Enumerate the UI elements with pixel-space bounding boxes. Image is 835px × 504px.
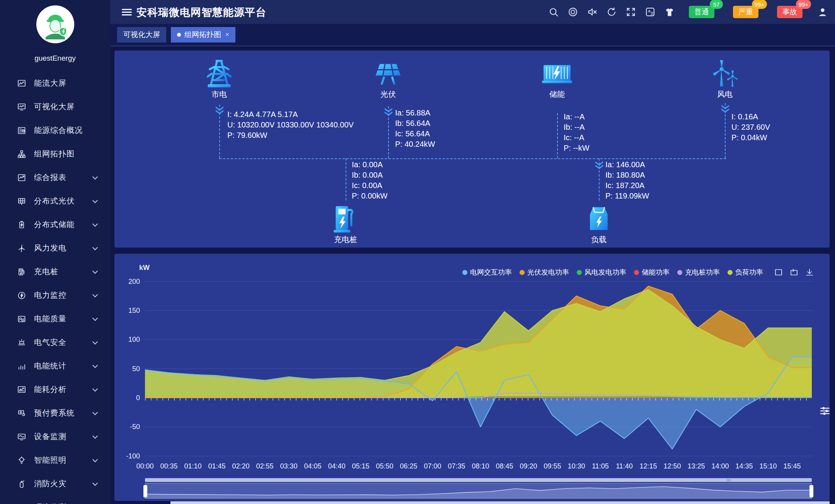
datazoom-left-handle[interactable] [143,485,147,497]
svg-text:05:15: 05:15 [352,462,369,470]
load-node-icon[interactable] [582,202,615,235]
sidebar-item-wind-turbine[interactable]: 风力发电 [0,236,110,260]
svg-text:14:00: 14:00 [711,462,729,470]
sidebar-item-environment[interactable]: 环境监测 [0,496,110,504]
chevron-down-icon [92,362,98,368]
sidebar-item-lighting[interactable]: 智能照明 [0,448,110,472]
svg-text:00:35: 00:35 [160,462,177,470]
username: guestEnergy [0,54,110,63]
tab-1[interactable]: 组网拓扑图× [171,27,235,42]
theme-shirt-icon[interactable] [664,7,675,17]
charger-node-icon[interactable] [329,202,362,235]
chevron-down-icon [92,315,98,321]
sidebar-item-label: 电气安全 [34,337,66,348]
flow-arrow-icon [594,161,604,170]
search-icon[interactable] [548,7,559,17]
sidebar-item-label: 分布式储能 [34,219,75,230]
chevron-down-icon [92,456,98,462]
chevron-down-icon [92,292,98,297]
svg-text:09:55: 09:55 [544,462,561,470]
electrical-safety-icon [17,338,26,347]
sidebar-item-power-monitor[interactable]: 电力监控 [0,283,110,307]
sidebar-item-topology[interactable]: 组网拓扑图 [0,142,110,166]
svg-text:02:20: 02:20 [232,462,249,470]
pv-grid-icon [17,197,26,206]
container-node-icon[interactable] [540,57,574,90]
wind-node-icon[interactable] [708,57,741,90]
tab-label: 可视化大屏 [123,30,160,40]
chart-settings-sliders-icon[interactable] [819,405,831,417]
chevron-down-icon [92,409,98,415]
scrollbar-grip-icon[interactable] [727,479,731,481]
avatar[interactable] [36,5,74,43]
readings-storage: Ia: --AIb: --AIc: --AP: --kW [564,112,590,153]
readings-wind: I: 0.16AU: 237.60VP: 0.04kW [731,112,770,143]
sidebar-item-electrical-safety[interactable]: 电气安全 [0,331,110,354]
datazoom-slider[interactable] [145,483,812,499]
alarm-button-0[interactable]: 普通57 [689,6,714,18]
tower-node-icon[interactable] [203,57,236,90]
active-tab-dot-icon [177,33,181,37]
sidebar-item-energy-flow[interactable]: 能流大屏 [0,71,110,95]
sidebar-item-label: 消防火灾 [34,479,66,489]
sidebar-item-charging-pile[interactable]: 充电桩 [0,260,110,283]
worker-avatar-icon [36,5,74,43]
sidebar-item-label: 综合报表 [34,172,66,183]
sidebar-item-device-monitor[interactable]: 设备监测 [0,425,110,448]
sidebar-item-energy-analysis[interactable]: 能耗分析 [0,378,110,401]
readings-grid: I: 4.24A 4.77A 5.17AU: 10320.00V 10330.0… [227,109,354,141]
sidebar-nav: 能流大屏可视化大屏能源综合概况组网拓扑图综合报表分布式光伏分布式储能风力发电充电… [0,71,110,504]
sidebar-item-energy-overview[interactable]: 能源综合概况 [0,119,110,142]
alarm-button-1[interactable]: 严重99+ [733,6,758,18]
translate-icon[interactable]: A文 [645,7,656,17]
svg-text:11:40: 11:40 [616,462,633,470]
reading-line: P: 40.24kW [395,139,435,149]
mute-icon[interactable] [587,7,598,17]
sidebar-item-fire[interactable]: 消防火灾 [0,472,110,496]
user-icon[interactable] [817,7,828,17]
svg-text:07:35: 07:35 [448,462,465,470]
chevron-down-icon [92,386,98,391]
alarm-button-2[interactable]: 事故99+ [777,6,803,18]
tab-label: 组网拓扑图 [184,30,221,40]
refresh-icon[interactable] [606,7,617,17]
flow-arrow-icon [720,105,730,113]
wind-turbine-icon [17,244,26,253]
svg-text:15:45: 15:45 [783,462,801,470]
reading-line: Ia: 0.00A [352,160,387,170]
readings-load: Ia: 146.00AIb: 180.80AIc: 187.20AP: 119.… [605,160,649,201]
tab-0[interactable]: 可视化大屏 [117,27,166,42]
sidebar-item-label: 分布式光伏 [34,196,75,206]
sidebar-item-prepaid[interactable]: 预付费系统 [0,401,110,425]
reading-line: Ic: --A [564,132,590,143]
topology-bus-line [219,158,726,159]
chevron-down-icon [92,244,98,250]
reading-line: I: 0.16A [731,112,770,122]
svg-text:12:15: 12:15 [639,462,657,470]
collapse-menu-icon[interactable] [122,7,132,17]
chart-scrollbar[interactable] [145,478,812,482]
reading-line: P: 0.00kW [352,191,387,201]
alarm-count-badge: 99+ [752,0,767,9]
svg-text:13:25: 13:25 [687,462,705,470]
chevron-down-icon [92,480,98,485]
topology-panel: 市电I: 4.24A 4.77A 5.17AU: 10320.00V 10330… [114,51,830,248]
solar-node-icon[interactable] [371,57,405,90]
sidebar-item-storage-battery[interactable]: 分布式储能 [0,213,110,236]
alarm-button-label: 普通 [694,7,709,17]
sidebar-item-pv-grid[interactable]: 分布式光伏 [0,189,110,213]
close-tab-icon[interactable]: × [225,31,229,39]
fullscreen-icon[interactable] [625,7,636,17]
svg-text:01:10: 01:10 [184,462,201,470]
sidebar-item-power-quality[interactable]: 电能质量 [0,307,110,331]
sidebar-item-report[interactable]: 综合报表 [0,166,110,189]
svg-text:09:20: 09:20 [520,462,537,470]
reading-line: U: 237.60V [731,122,770,132]
sidebar-item-power-stats[interactable]: 电能统计 [0,354,110,378]
reading-line: Ia: --A [564,112,590,122]
app-title: 安科瑞微电网智慧能源平台 [136,5,266,19]
svg-text:07:00: 07:00 [424,462,441,470]
sidebar-item-visual-screen[interactable]: 可视化大屏 [0,95,110,119]
datazoom-right-handle[interactable] [809,485,813,497]
lifebuoy-icon[interactable] [567,7,578,17]
